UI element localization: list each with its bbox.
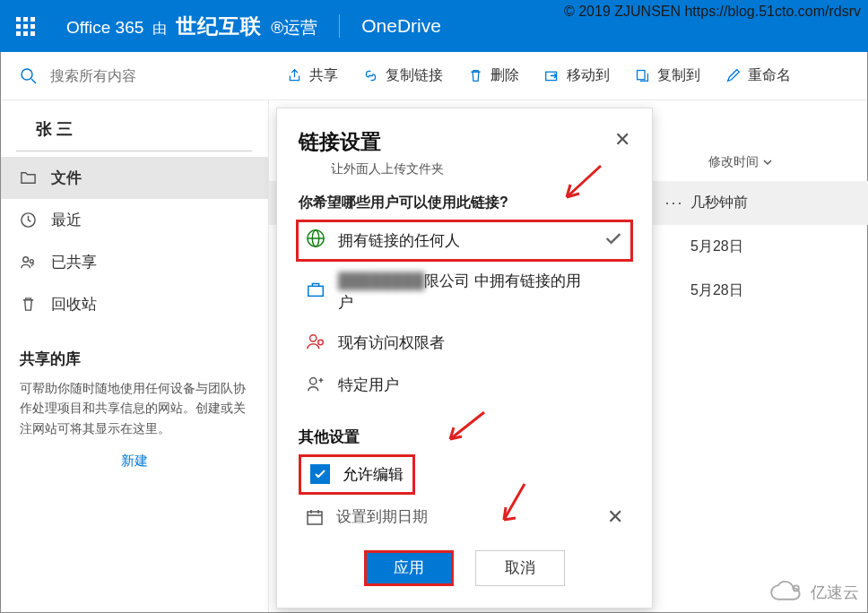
trash-icon bbox=[468, 68, 483, 83]
option-org-with-link[interactable]: ████████限公司 中拥有链接的用户 bbox=[299, 262, 630, 323]
sidebar-item-label: 回收站 bbox=[51, 294, 97, 315]
svg-point-6 bbox=[30, 260, 33, 263]
copylink-label: 复制链接 bbox=[386, 66, 443, 85]
copyto-icon bbox=[635, 68, 650, 83]
folder-icon bbox=[20, 169, 37, 186]
globe-icon bbox=[306, 229, 326, 253]
copylink-button[interactable]: 复制链接 bbox=[363, 66, 443, 85]
option-label: 拥有链接的任何人 bbox=[338, 230, 460, 252]
column-header-modified[interactable]: 修改时间 bbox=[708, 154, 773, 170]
svg-rect-10 bbox=[308, 287, 324, 297]
rename-button[interactable]: 重命名 bbox=[725, 66, 791, 85]
brand-tag: ®运营 bbox=[271, 16, 317, 39]
clear-date-button[interactable]: ✕ bbox=[607, 505, 623, 529]
close-button[interactable]: ✕ bbox=[614, 128, 630, 151]
checkbox-icon bbox=[310, 464, 330, 484]
sidebar-item-label: 文件 bbox=[51, 168, 82, 188]
bin-icon bbox=[20, 296, 37, 313]
moveto-label: 移动到 bbox=[567, 66, 610, 85]
moveto-icon bbox=[544, 68, 560, 83]
apply-label: 应用 bbox=[394, 557, 424, 578]
grid-icon bbox=[16, 17, 35, 36]
brand-operator: 世纪互联 bbox=[176, 13, 262, 40]
sidebar-item-files[interactable]: 文件 bbox=[0, 157, 268, 199]
app-launcher-button[interactable] bbox=[0, 0, 50, 52]
cloud-icon bbox=[766, 579, 807, 606]
svg-point-12 bbox=[318, 340, 324, 345]
column-header-label: 修改时间 bbox=[708, 154, 759, 170]
watermark-bottom-text: 亿速云 bbox=[811, 582, 859, 603]
brand-by: 由 bbox=[152, 20, 167, 39]
option-existing-access[interactable]: 现有访问权限者 bbox=[299, 323, 630, 365]
people-access-icon bbox=[306, 332, 326, 356]
sidebar: 张 三 文件 最近 已共享 回收站 共享的库 可帮助你随时随地使用任何设备与团队… bbox=[0, 100, 269, 613]
clock-icon bbox=[20, 212, 37, 229]
apply-button[interactable]: 应用 bbox=[364, 550, 454, 586]
svg-point-11 bbox=[310, 334, 317, 341]
sidebar-item-label: 最近 bbox=[51, 210, 82, 230]
toolbar: 共享 复制链接 删除 移动到 复制到 重命名 bbox=[0, 52, 868, 100]
option-anyone-with-link[interactable]: 拥有链接的任何人 bbox=[296, 220, 633, 262]
brand-office: Office 365 bbox=[66, 18, 143, 38]
watermark-top: © 2019 ZJUNSEN https://blog.51cto.com/rd… bbox=[564, 4, 861, 20]
shared-lib-title: 共享的库 bbox=[0, 325, 268, 376]
who-question: 你希望哪些用户可以使用此链接? bbox=[299, 194, 630, 212]
panel-buttons: 应用 取消 bbox=[299, 550, 630, 586]
option-specific-people[interactable]: 特定用户 bbox=[299, 365, 630, 407]
sidebar-item-recycle[interactable]: 回收站 bbox=[0, 283, 268, 325]
sidebar-item-label: 已共享 bbox=[51, 252, 97, 272]
people-icon bbox=[20, 254, 37, 271]
pencil-icon bbox=[725, 68, 741, 83]
briefcase-icon bbox=[306, 280, 326, 304]
other-settings-title: 其他设置 bbox=[299, 427, 630, 447]
allow-edit-label: 允许编辑 bbox=[343, 464, 404, 485]
row-date: 5月28日 bbox=[690, 237, 850, 256]
specific-people-icon bbox=[306, 374, 326, 398]
share-button[interactable]: 共享 bbox=[287, 66, 338, 85]
new-site-link[interactable]: 新建 bbox=[0, 440, 268, 482]
set-expiry-row[interactable]: 设置到期日期 ✕ bbox=[299, 495, 630, 532]
rename-label: 重命名 bbox=[748, 66, 791, 85]
panel-subtitle: 让外面人上传文件夹 bbox=[331, 161, 630, 177]
allow-edit-checkbox[interactable]: 允许编辑 bbox=[299, 454, 415, 495]
svg-point-5 bbox=[23, 257, 29, 263]
more-icon[interactable]: ⋮ bbox=[664, 194, 690, 212]
svg-point-0 bbox=[22, 69, 32, 80]
cancel-label: 取消 bbox=[505, 557, 535, 578]
panel-title: 链接设置 bbox=[299, 128, 381, 156]
search-icon bbox=[20, 67, 38, 85]
cancel-button[interactable]: 取消 bbox=[475, 550, 565, 586]
search-input[interactable] bbox=[50, 68, 230, 84]
svg-rect-14 bbox=[308, 512, 322, 524]
search-wrap bbox=[0, 67, 269, 85]
sidebar-item-recent[interactable]: 最近 bbox=[0, 199, 268, 241]
svg-rect-3 bbox=[638, 71, 646, 80]
delete-button[interactable]: 删除 bbox=[468, 66, 519, 85]
svg-line-1 bbox=[31, 79, 36, 83]
svg-point-13 bbox=[310, 377, 317, 384]
option-label: ████████限公司 中拥有链接的用户 bbox=[338, 271, 589, 314]
moveto-button[interactable]: 移动到 bbox=[544, 66, 610, 85]
link-settings-panel: 链接设置 ✕ 让外面人上传文件夹 你希望哪些用户可以使用此链接? 拥有链接的任何… bbox=[276, 108, 653, 609]
sidebar-item-shared[interactable]: 已共享 bbox=[0, 241, 268, 283]
copyto-label: 复制到 bbox=[657, 66, 700, 85]
check-icon bbox=[603, 229, 623, 253]
option-label: 特定用户 bbox=[338, 375, 399, 396]
option-label: 现有访问权限者 bbox=[338, 332, 445, 354]
calendar-icon bbox=[306, 508, 324, 526]
separator bbox=[339, 14, 340, 38]
link-icon bbox=[363, 68, 378, 83]
row-date: 5月28日 bbox=[690, 281, 850, 300]
watermark-bottom: 亿速云 bbox=[766, 579, 859, 606]
user-block: 张 三 bbox=[16, 109, 252, 151]
set-expiry-label: 设置到期日期 bbox=[336, 506, 428, 527]
brand-block: Office 365 由 世纪互联 ®运营 bbox=[66, 13, 317, 40]
share-icon bbox=[287, 68, 302, 83]
chevron-down-icon bbox=[762, 157, 773, 168]
row-date: 几秒钟前 bbox=[690, 194, 850, 212]
shared-lib-desc: 可帮助你随时随地使用任何设备与团队协作处理项目和共享信息的网站。创建或关注网站可… bbox=[0, 376, 268, 440]
copyto-button[interactable]: 复制到 bbox=[635, 66, 700, 85]
user-name: 张 三 bbox=[16, 109, 252, 151]
toolbar-actions: 共享 复制链接 删除 移动到 复制到 重命名 bbox=[269, 66, 791, 85]
delete-label: 删除 bbox=[490, 66, 519, 85]
